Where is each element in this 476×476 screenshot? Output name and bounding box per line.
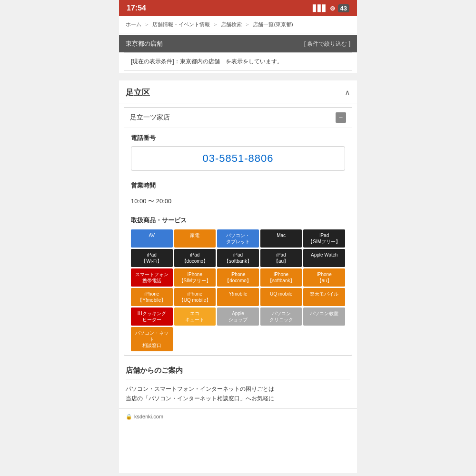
condition-text: [現在の表示条件]：東京都内の店舗 を表示をしています。: [124, 52, 352, 71]
product-tag[interactable]: パソコン・ タブレット: [217, 229, 259, 248]
status-bar: 17:54 ▋▋▋ ⊜ 43: [119, 0, 357, 16]
phone-number[interactable]: 03-5851-8806: [202, 152, 273, 164]
product-tag[interactable]: iPhone 【softbank】: [260, 268, 302, 287]
product-tag[interactable]: スマートフォン 携帯電話: [131, 268, 173, 287]
breadcrumb-sep3: ＞: [245, 21, 251, 27]
store-info-section: 店舗からのご案内 パソコン・スマートフォン・インターネットの困りごとは 当店の「…: [119, 359, 357, 404]
store-info-label: 店舗からのご案内: [126, 366, 350, 379]
products-section: 取扱商品・サービス AV家電パソコン・ タブレットMaciPad 【SIMフリー…: [124, 211, 352, 351]
filter-link[interactable]: [ 条件で絞り込む ]: [304, 40, 350, 48]
filter-bar-title: 東京都の店舗: [126, 40, 163, 48]
product-tag[interactable]: パソコン・ネット 相談窓口: [131, 327, 173, 351]
product-tag[interactable]: エコ キュート: [174, 307, 216, 326]
breadcrumb-store-info[interactable]: 店舗情報・イベント情報: [152, 21, 210, 27]
product-tag[interactable]: iPhone 【SIMフリー】: [174, 268, 216, 287]
wifi-icon: ⊜: [330, 5, 335, 12]
product-tag[interactable]: パソコン クリニック: [260, 307, 302, 326]
breadcrumb-sep1: ＞: [144, 21, 151, 27]
phone-label: 電話番号: [131, 134, 345, 142]
product-tag[interactable]: Apple ショップ: [217, 307, 259, 326]
store-name[interactable]: 足立一ツ家店: [130, 113, 170, 122]
product-tag[interactable]: Mac: [260, 229, 302, 248]
section-space: [119, 73, 357, 80]
store-name-bar: 足立一ツ家店 －: [124, 108, 352, 128]
product-tag[interactable]: iPad 【Wi-Fi】: [131, 249, 173, 267]
product-tag[interactable]: Apple Watch: [303, 249, 345, 267]
phone-section: 電話番号 03-5851-8806: [124, 128, 352, 171]
hours-label: 営業時間: [131, 181, 345, 193]
product-tag[interactable]: iPhone 【Y!mobile】: [131, 288, 173, 306]
product-tag[interactable]: iPhone 【au】: [303, 268, 345, 287]
district-title: 足立区: [126, 87, 150, 98]
hours-text: 10:00 〜 20:00: [131, 197, 345, 206]
store-info-text: パソコン・スマートフォン・インターネットの困りごとは 当店の「パソコン・インター…: [126, 384, 350, 404]
product-tag[interactable]: パソコン教室: [303, 307, 345, 326]
product-tag[interactable]: AV: [131, 229, 173, 248]
phone-box[interactable]: 03-5851-8806: [131, 146, 345, 171]
product-grid: AV家電パソコン・ タブレットMaciPad 【SIMフリー】iPad 【Wi-…: [131, 229, 345, 351]
breadcrumb-home[interactable]: ホーム: [126, 21, 141, 27]
product-tag[interactable]: UQ mobile: [260, 288, 302, 306]
product-tag[interactable]: iPhone 【docomo】: [217, 268, 259, 287]
signal-icon: ▋▋▋: [313, 5, 327, 12]
minus-button[interactable]: －: [336, 112, 346, 123]
breadcrumb: ホーム ＞ 店舗情報・イベント情報 ＞ 店舗検索 ＞ 店舗一覧(東京都): [119, 16, 357, 33]
breadcrumb-sep2: ＞: [213, 21, 219, 27]
breadcrumb-search[interactable]: 店舗検索: [221, 21, 242, 27]
district-header[interactable]: 足立区 ∧: [119, 80, 357, 103]
product-tag[interactable]: IHクッキング ヒーター: [131, 307, 173, 326]
store-entry: 足立一ツ家店 － 電話番号 03-5851-8806 営業時間 10:00 〜 …: [124, 107, 352, 356]
status-time: 17:54: [127, 4, 146, 12]
products-label: 取扱商品・サービス: [131, 216, 345, 225]
main-content: ホーム ＞ 店舗情報・イベント情報 ＞ 店舗検索 ＞ 店舗一覧(東京都) 東京都…: [119, 16, 357, 473]
product-tag[interactable]: 楽天モバイル: [303, 288, 345, 306]
chevron-up-icon: ∧: [345, 88, 350, 97]
hours-section: 営業時間 10:00 〜 20:00: [124, 177, 352, 206]
footer-url: 🔒 ksdenki.com: [119, 408, 357, 425]
lock-icon: 🔒: [126, 414, 132, 420]
breadcrumb-current: 店舗一覧(東京都): [253, 21, 293, 27]
status-right: ▋▋▋ ⊜ 43: [313, 4, 349, 12]
footer-url-text: ksdenki.com: [134, 414, 163, 419]
product-tag[interactable]: iPad 【docomo】: [174, 249, 216, 267]
product-tag[interactable]: iPad 【au】: [260, 249, 302, 267]
product-tag[interactable]: iPad 【softbank】: [217, 249, 259, 267]
product-tag[interactable]: iPhone 【UQ mobile】: [174, 288, 216, 306]
product-tag[interactable]: Y!mobile: [217, 288, 259, 306]
filter-bar: 東京都の店舗 [ 条件で絞り込む ]: [119, 35, 357, 52]
product-tag[interactable]: 家電: [174, 229, 216, 248]
product-tag[interactable]: iPad 【SIMフリー】: [303, 229, 345, 248]
battery-badge: 43: [338, 4, 349, 12]
